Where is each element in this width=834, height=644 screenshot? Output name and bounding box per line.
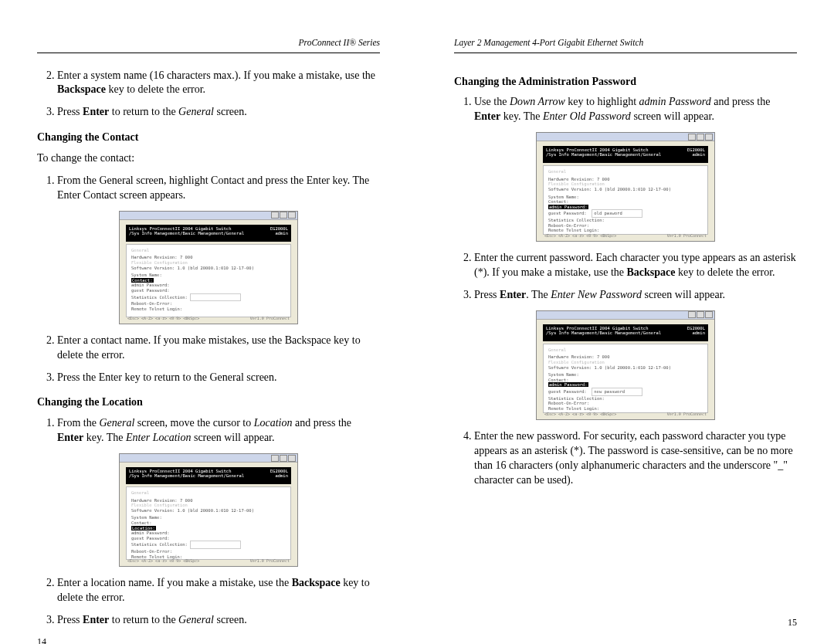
subhead-location: Changing the Location	[37, 395, 380, 410]
subhead-admin-password: Changing the Administration Password	[454, 75, 797, 90]
contact-intro: To change the contact:	[37, 151, 380, 166]
terminal-body: General Hardware Revision: 7 000 Flexibl…	[543, 344, 708, 413]
left-content: Enter a system name (16 characters max.)…	[37, 64, 380, 636]
terminal-banner: Linksys ProConnectII 2004 Gigabit Switch…	[543, 324, 708, 341]
terminal-body: General Hardware Revision: 7 000 Flexibl…	[126, 486, 291, 560]
right-content: Changing the Administration Password Use…	[454, 64, 797, 616]
contact-steps-cont: Enter a contact name. If you make mistak…	[37, 334, 380, 385]
screenshot-enter-contact: Linksys ProConnectII 2004 Gigabit Switch…	[119, 211, 298, 324]
list-item: Press Enter to return to the General scr…	[57, 613, 380, 628]
screenshot-enter-location: Linksys ProConnectII 2004 Gigabit Switch…	[119, 453, 298, 567]
window-controls	[537, 133, 714, 141]
window-controls	[120, 454, 297, 463]
location-steps-cont: Enter a location name. If you make a mis…	[37, 576, 380, 628]
left-intro-steps: Enter a system name (16 characters max.)…	[37, 69, 380, 120]
terminal-banner: Linksys ProConnectII 2004 Gigabit Switch…	[543, 146, 708, 163]
terminal-body: General Hardware Revision: 7 000 Flexibl…	[543, 165, 708, 235]
admin-steps-1: Use the Down Arrow key to highlight admi…	[454, 95, 797, 124]
list-item: Enter a system name (16 characters max.)…	[57, 69, 380, 98]
list-item: From the General screen, highlight Conta…	[57, 174, 380, 203]
right-page: Layer 2 Management 4-Port Gigabit Ethern…	[417, 0, 834, 644]
list-item: Use the Down Arrow key to highlight admi…	[474, 95, 797, 124]
terminal-banner: Linksys ProConnectII 2004 Gigabit Switch…	[126, 225, 291, 242]
list-item: Press the Enter key to return to the Gen…	[57, 371, 380, 385]
right-header: Layer 2 Management 4-Port Gigabit Ethern…	[454, 37, 797, 53]
list-item: Enter a contact name. If you make mistak…	[57, 334, 380, 363]
list-item: Press Enter to return to the General scr…	[57, 105, 380, 120]
location-steps: From the General screen, move the cursor…	[37, 416, 380, 446]
left-page: ProConnect II® Series Enter a system nam…	[0, 0, 417, 644]
contact-steps: From the General screen, highlight Conta…	[37, 174, 380, 203]
window-controls	[537, 311, 714, 320]
list-item: Enter the new password. For security, ea…	[474, 429, 797, 488]
terminal-body: General Hardware Revision: 7 000 Flexibl…	[126, 244, 291, 317]
left-page-number: 14	[37, 636, 380, 644]
admin-steps-2: Enter the current password. Each charact…	[454, 251, 797, 303]
admin-steps-4: Enter the new password. For security, ea…	[454, 429, 797, 488]
subhead-contact: Changing the Contact	[37, 130, 380, 145]
screenshot-old-password: Linksys ProConnectII 2004 Gigabit Switch…	[536, 132, 715, 242]
list-item: Press Enter. The Enter New Password scre…	[474, 288, 797, 303]
screenshot-new-password: Linksys ProConnectII 2004 Gigabit Switch…	[536, 310, 715, 420]
list-item: From the General screen, move the cursor…	[57, 416, 380, 446]
list-item: Enter the current password. Each charact…	[474, 251, 797, 280]
window-controls	[120, 212, 297, 220]
terminal-banner: Linksys ProConnectII 2004 Gigabit Switch…	[126, 467, 291, 484]
left-header: ProConnect II® Series	[37, 37, 380, 53]
list-item: Enter a location name. If you make a mis…	[57, 576, 380, 605]
right-page-number: 15	[454, 616, 797, 629]
